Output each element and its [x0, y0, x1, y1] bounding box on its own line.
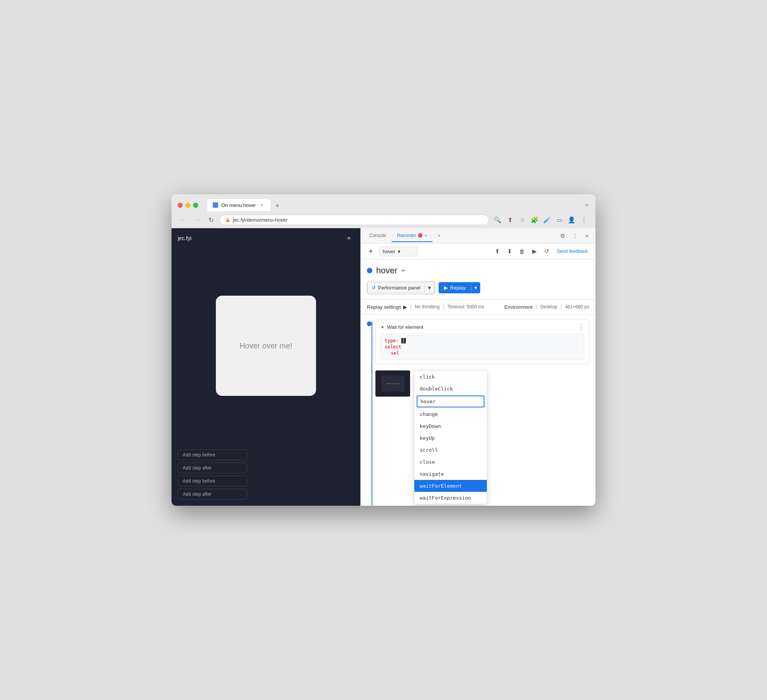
- url-text: jec.fyi/demo/menu-hover: [233, 217, 288, 223]
- replay-settings-label-text: Replay settings: [367, 304, 401, 310]
- new-tab-button[interactable]: +: [272, 200, 283, 211]
- devtools-settings-button[interactable]: ⚙: [557, 231, 568, 241]
- undo-icon: ↺: [544, 248, 549, 255]
- send-feedback-button[interactable]: Send feedback: [554, 247, 591, 256]
- add-step-before-button-1[interactable]: Add step before: [178, 449, 247, 460]
- step-dot: [367, 321, 372, 326]
- devtools-close-button[interactable]: ×: [582, 231, 592, 241]
- tab-favicon: [213, 202, 218, 208]
- content-area: jec.fyi ☀ Hover over me! Add step before…: [172, 228, 595, 506]
- forward-button[interactable]: →: [192, 214, 202, 225]
- undo-button[interactable]: ↺: [542, 246, 552, 257]
- hover-card[interactable]: Hover over me!: [216, 296, 316, 396]
- replay-dropdown-button[interactable]: ▾: [471, 282, 480, 293]
- type-dropdown: click doubleClick hover change keyDown k…: [414, 370, 487, 504]
- timeline: ▼ Wait for element ⋮ type: |: [361, 315, 595, 506]
- spacer-dot: [367, 370, 372, 375]
- webpage-header: jec.fyi ☀: [172, 228, 360, 248]
- wait-for-element-content: ▼ Wait for element ⋮ type: |: [375, 319, 589, 364]
- steps-area: ▼ Wait for element ⋮ type: |: [361, 315, 595, 506]
- sun-icon: ☀: [346, 235, 352, 242]
- cursor: |: [401, 338, 405, 343]
- export-icon: ⬆: [495, 248, 500, 255]
- sidebar-icon[interactable]: ▭: [554, 214, 565, 225]
- edit-recording-name-button[interactable]: ✏: [401, 268, 406, 274]
- tab-recorder[interactable]: Recorder 🔴 ×: [392, 230, 432, 242]
- step-more-button[interactable]: ⋮: [578, 323, 584, 331]
- browser-window: On menu hover × + ⌄ ← → ↻ 🔒 jec.fyi/demo…: [172, 194, 595, 506]
- dropdown-item-change[interactable]: change: [414, 408, 487, 420]
- traffic-lights: [178, 203, 198, 208]
- step-code-editor[interactable]: type: | select sel: [380, 334, 584, 360]
- share-icon[interactable]: ⬆: [505, 214, 515, 225]
- add-step-buttons: Add step before Add step after Add step …: [172, 443, 360, 506]
- performance-panel-label: Performance panel: [378, 285, 421, 291]
- step-screenshot-thumbnail: hover over me!: [375, 370, 410, 397]
- close-window-button[interactable]: [178, 203, 183, 208]
- gear-icon: ⚙: [560, 232, 565, 239]
- dropdown-item-doubleClick[interactable]: doubleClick: [414, 383, 487, 395]
- extensions-icon[interactable]: 🧩: [529, 214, 540, 225]
- performance-icon: ↺: [372, 285, 376, 291]
- add-step-after-button-2[interactable]: Add step after: [178, 489, 247, 500]
- replay-label: Replay: [450, 285, 466, 291]
- import-recording-button[interactable]: ⬇: [505, 246, 515, 257]
- recording-name-label: hover: [383, 249, 395, 254]
- replay-settings-button[interactable]: Replay settings ▶: [367, 304, 407, 310]
- dimensions-value: 461×660 px: [565, 304, 589, 310]
- export-recording-button[interactable]: ⬆: [492, 246, 503, 257]
- tab-on-menu-hover[interactable]: On menu hover ×: [207, 199, 271, 211]
- dropdown-item-waitForExpression[interactable]: waitForExpression: [414, 492, 487, 504]
- wait-for-element-step: ▼ Wait for element ⋮ type: |: [367, 319, 589, 364]
- search-icon[interactable]: 🔍: [492, 214, 503, 225]
- address-input[interactable]: 🔒 jec.fyi/demo/menu-hover: [219, 215, 489, 225]
- dropdown-item-scroll[interactable]: scroll: [414, 444, 487, 456]
- delete-recording-button[interactable]: 🗑: [517, 246, 528, 257]
- dropdown-item-keyDown[interactable]: keyDown: [414, 420, 487, 432]
- dropdown-item-hover[interactable]: hover: [417, 395, 484, 407]
- performance-panel-select[interactable]: ↺ Performance panel: [367, 282, 425, 293]
- devtools-more-button[interactable]: ⋮: [569, 231, 580, 241]
- profile-icon[interactable]: 👤: [566, 214, 577, 225]
- trash-icon: 🗑: [519, 248, 525, 255]
- tab-recorder-label: Recorder: [397, 233, 416, 238]
- tab-close-button[interactable]: ×: [259, 202, 265, 208]
- tab-console[interactable]: Console: [364, 230, 392, 242]
- more-tabs-button[interactable]: »: [432, 230, 446, 242]
- dropdown-item-close[interactable]: close: [414, 456, 487, 468]
- close-recorder-tab-icon[interactable]: ×: [424, 233, 427, 238]
- collapse-icon[interactable]: ▼: [380, 325, 385, 330]
- throttling-value: No throttling: [415, 304, 440, 310]
- recorder-active-indicator: 🔴: [418, 233, 422, 237]
- performance-panel-dropdown-button[interactable]: ▾: [425, 281, 434, 294]
- dropdown-item-navigate[interactable]: navigate: [414, 468, 487, 480]
- play-recording-button[interactable]: ▶: [529, 246, 540, 257]
- dropdown-item-click[interactable]: click: [414, 371, 487, 383]
- bookmark-icon[interactable]: ☆: [517, 214, 528, 225]
- theme-toggle-button[interactable]: ☀: [343, 233, 354, 244]
- add-step-before-button-2[interactable]: Add step before: [178, 476, 247, 486]
- dropdown-item-waitForElement[interactable]: waitForElement: [414, 480, 487, 492]
- add-recording-button[interactable]: +: [365, 246, 376, 257]
- env-divider-2: |: [560, 303, 562, 310]
- reload-button[interactable]: ↻: [205, 214, 216, 225]
- back-button[interactable]: ←: [178, 214, 188, 225]
- window-menu-button[interactable]: ⌄: [584, 200, 589, 210]
- devtools-actions: ⚙ ⋮ ×: [557, 231, 592, 241]
- address-bar: ← → ↻ 🔒 jec.fyi/demo/menu-hover 🔍 ⬆ ☆ 🧩 …: [172, 211, 595, 228]
- replay-button[interactable]: ▶ Replay: [439, 282, 471, 293]
- code-key: type:: [385, 338, 401, 343]
- maximize-window-button[interactable]: [193, 203, 198, 208]
- add-step-after-button-1[interactable]: Add step after: [178, 463, 247, 473]
- dropdown-item-keyUp[interactable]: keyUp: [414, 432, 487, 444]
- lab-icon[interactable]: 🧪: [542, 214, 552, 225]
- devtools-panel: Console Recorder 🔴 × » ⚙ ⋮: [360, 228, 595, 506]
- step-title-text: Wait for element: [387, 324, 423, 330]
- recording-name-select[interactable]: hover ▾: [379, 247, 418, 256]
- replay-settings-arrow-icon: ▶: [403, 304, 407, 310]
- settings-divider-2: |: [443, 303, 444, 310]
- minimize-window-button[interactable]: [185, 203, 190, 208]
- timeout-value: Timeout: 5000 ms: [447, 304, 484, 310]
- thumbnail-inner: hover over me!: [381, 375, 404, 392]
- chrome-menu-icon[interactable]: ⋮: [579, 214, 589, 225]
